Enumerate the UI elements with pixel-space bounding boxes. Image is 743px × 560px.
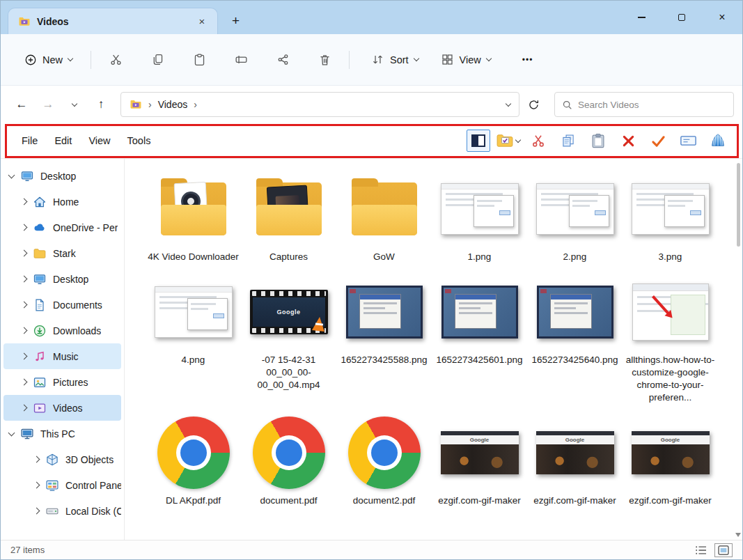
pane-toggle-icon (471, 134, 485, 147)
sidebar-item-pictures[interactable]: Pictures (3, 369, 121, 395)
chevron-right-icon[interactable] (21, 250, 28, 257)
tab-videos[interactable]: Videos × (8, 8, 218, 34)
open-shell-button[interactable] (706, 130, 730, 152)
file-gow[interactable]: GoW (336, 173, 432, 273)
file-07-15-42-31-00-00-00-00-00-04-mp4[interactable]: Google-07 15-42-31 00_00_00-00_00_04.mp4 (241, 276, 336, 414)
file-4k-video-downloader[interactable]: 4K Video Downloader (146, 173, 241, 273)
scrollbar-down-arrow[interactable] (735, 533, 741, 537)
menu-edit[interactable]: Edit (46, 131, 80, 150)
tab-close-button[interactable]: × (194, 15, 210, 27)
scrollbar-thumb[interactable] (737, 163, 740, 247)
sidebar-item-control-panel[interactable]: Control Panel (3, 472, 121, 498)
chevron-right-icon[interactable] (21, 224, 28, 231)
chevron-down-icon[interactable] (8, 171, 15, 178)
classic-cut-button[interactable] (526, 130, 550, 152)
chevron-right-icon[interactable] (21, 353, 28, 360)
share-button[interactable] (267, 47, 299, 73)
nav-pane-toggle-button[interactable] (467, 130, 490, 152)
classic-delete-button[interactable] (616, 130, 640, 152)
folder-settings-button[interactable] (496, 130, 520, 152)
file-1652273425588-png[interactable]: 1652273425588.png (336, 276, 432, 414)
sidebar-item-downloads[interactable]: Downloads (3, 318, 121, 343)
file-thumbnail: Google (250, 276, 328, 348)
chevron-right-icon[interactable] (21, 405, 28, 412)
view-button[interactable]: View (432, 47, 500, 72)
details-view-button[interactable] (695, 545, 707, 555)
breadcrumb[interactable]: › Videos › (120, 92, 519, 117)
file-2-png[interactable]: 2.png (527, 173, 623, 273)
sidebar-item-onedrive-per[interactable]: OneDrive - Per (3, 215, 121, 240)
file-name: allthings.how-how-to-customize-google-ch… (625, 354, 717, 414)
sidebar-item-music[interactable]: Music (3, 343, 121, 369)
chevron-right-icon[interactable] (21, 199, 28, 205)
file-document-pdf[interactable]: document.pdf (241, 417, 336, 517)
large-thumbnails-view-button[interactable] (714, 543, 733, 557)
file-3-png[interactable]: 3.png (623, 173, 718, 273)
sidebar-item-local-disk-c[interactable]: Local Disk (C (3, 498, 121, 524)
sidebar-item-desktop[interactable]: Desktop (3, 266, 121, 292)
scrollbar[interactable] (735, 162, 741, 537)
address-dropdown-icon[interactable] (506, 100, 511, 106)
up-button[interactable]: ↑ (88, 93, 114, 116)
menu-tools[interactable]: Tools (119, 131, 159, 150)
view-button-label: View (460, 54, 481, 65)
new-button[interactable]: New (15, 47, 82, 72)
items-count: 27 items (10, 545, 45, 555)
menu-file[interactable]: File (13, 131, 46, 150)
file-dl-akpdf-pdf[interactable]: DL AKpdf.pdf (146, 417, 241, 517)
chevron-right-icon[interactable] (33, 508, 40, 515)
file-thumbnail (256, 173, 322, 245)
forward-button[interactable]: → (36, 93, 61, 116)
sidebar-item-stark[interactable]: Stark (3, 240, 121, 266)
monitor-icon (20, 169, 34, 183)
file-captures[interactable]: Captures (241, 173, 336, 273)
close-button[interactable]: × (702, 1, 742, 34)
new-tab-button[interactable]: + (232, 13, 240, 29)
chevron-right-icon[interactable] (33, 482, 40, 489)
chevron-right-icon[interactable] (21, 379, 28, 386)
file-document2-pdf[interactable]: document2.pdf (336, 417, 432, 517)
classic-rename-button[interactable] (676, 130, 700, 152)
maximize-button[interactable] (662, 1, 702, 34)
file-4-png[interactable]: 4.png (146, 276, 241, 414)
sidebar-item-documents[interactable]: Documents (3, 292, 121, 318)
breadcrumb-item-videos[interactable]: Videos (158, 99, 188, 110)
more-options-button[interactable]: ••• (515, 49, 540, 70)
file-1652273425601-png[interactable]: 1652273425601.png (432, 276, 527, 414)
file-ezgif-com-gif-maker[interactable]: Googleezgif.com-gif-maker (623, 417, 718, 517)
minimize-button[interactable] (621, 1, 662, 34)
classic-copy-button[interactable] (556, 130, 580, 152)
paste-button[interactable] (183, 47, 215, 73)
classic-select-button[interactable] (646, 130, 670, 152)
file-ezgif-com-gif-maker[interactable]: Googleezgif.com-gif-maker (432, 417, 527, 517)
delete-button[interactable] (308, 47, 341, 73)
file-allthings-how-how-to-customize-google-chrome-to-your-preferen[interactable]: allthings.how-how-to-customize-google-ch… (623, 276, 718, 414)
copy-button[interactable] (141, 47, 173, 73)
back-button[interactable]: ← (9, 93, 34, 116)
search-input[interactable] (578, 100, 726, 110)
menu-view[interactable]: View (80, 131, 118, 150)
sidebar-item-desktop[interactable]: Desktop (3, 163, 121, 189)
sidebar-item-videos[interactable]: Videos (3, 395, 121, 421)
chevron-right-icon[interactable] (21, 327, 28, 334)
paste-gray-icon (193, 53, 206, 66)
chevron-down-icon[interactable] (8, 429, 15, 436)
file-1652273425640-png[interactable]: 1652273425640.png (527, 276, 623, 414)
sort-button[interactable]: Sort (362, 47, 428, 72)
recent-locations-button[interactable] (62, 93, 87, 116)
file-ezgif-com-gif-maker[interactable]: Googleezgif.com-gif-maker (527, 417, 623, 517)
chevron-right-icon[interactable] (21, 276, 28, 283)
search-box[interactable] (554, 92, 734, 117)
classic-paste-button[interactable] (586, 130, 610, 152)
videos-folder-icon (130, 98, 142, 111)
sidebar-item-home[interactable]: Home (3, 189, 121, 215)
menu-items: FileEditViewTools (13, 131, 159, 150)
chevron-right-icon[interactable] (21, 302, 28, 309)
sidebar-item-this-pc[interactable]: This PC (3, 421, 121, 446)
file-1-png[interactable]: 1.png (432, 173, 527, 273)
sidebar-item-3d-objects[interactable]: 3D Objects (3, 446, 121, 472)
chevron-right-icon[interactable] (33, 456, 40, 463)
refresh-button[interactable] (521, 93, 546, 116)
cut-button[interactable] (100, 47, 132, 73)
rename-button[interactable] (225, 47, 257, 73)
